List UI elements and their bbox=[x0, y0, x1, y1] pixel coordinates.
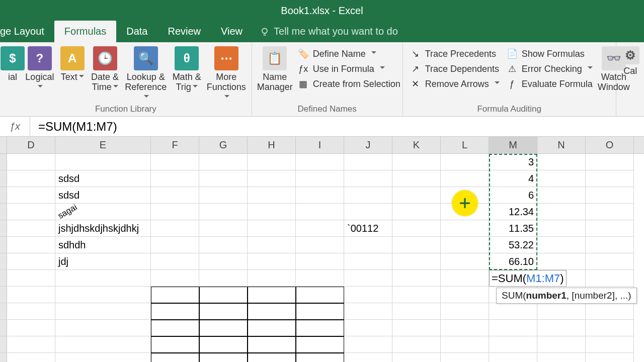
cell-M7[interactable]: 66.10 bbox=[489, 253, 537, 270]
cell-O3[interactable] bbox=[586, 187, 634, 204]
tab-formulas[interactable]: Formulas bbox=[54, 21, 116, 42]
column-header-M[interactable]: M bbox=[489, 137, 537, 153]
cell-G8[interactable] bbox=[199, 270, 248, 287]
cell-D3[interactable] bbox=[7, 187, 55, 204]
cell-O4[interactable] bbox=[586, 204, 634, 220]
btn-error-checking[interactable]: ⚠ Error Checking bbox=[505, 62, 595, 75]
cell-O5[interactable] bbox=[586, 220, 634, 237]
tab-data[interactable]: Data bbox=[116, 21, 157, 42]
column-header-O[interactable]: O bbox=[586, 137, 634, 153]
cell-G10[interactable] bbox=[199, 303, 248, 320]
cell-E8[interactable] bbox=[55, 270, 151, 287]
cell-J10[interactable] bbox=[344, 303, 392, 320]
cell-K8[interactable] bbox=[392, 270, 441, 287]
cell-G2[interactable] bbox=[199, 170, 248, 187]
cell-I8[interactable] bbox=[296, 270, 344, 287]
cell-O6[interactable] bbox=[586, 237, 634, 253]
cell-O11[interactable] bbox=[586, 320, 634, 336]
cell-I13[interactable] bbox=[296, 353, 344, 362]
cell-L2[interactable] bbox=[441, 170, 489, 187]
cell-I5[interactable] bbox=[296, 220, 344, 237]
cell-E4[interactable]: sagai bbox=[55, 204, 151, 220]
cell-D1[interactable] bbox=[7, 154, 55, 170]
cell-M12[interactable] bbox=[489, 336, 537, 353]
column-header-H[interactable]: H bbox=[248, 137, 296, 153]
cell-N6[interactable] bbox=[537, 237, 586, 253]
cell-D2[interactable] bbox=[7, 170, 55, 187]
cell-F12[interactable] bbox=[151, 336, 199, 353]
cell-J3[interactable] bbox=[344, 187, 392, 204]
cell-M4[interactable]: 12.34 bbox=[489, 204, 537, 220]
cell-J9[interactable] bbox=[344, 287, 392, 303]
cell-E2[interactable]: sdsd bbox=[55, 170, 151, 187]
cell-H6[interactable] bbox=[248, 237, 296, 253]
cell-H11[interactable] bbox=[248, 320, 296, 336]
cell-M6[interactable]: 53.22 bbox=[489, 237, 537, 253]
column-header-I[interactable]: I bbox=[296, 137, 344, 153]
cell-F2[interactable] bbox=[151, 170, 199, 187]
cell-E3[interactable]: sdsd bbox=[55, 187, 151, 204]
cell-N3[interactable] bbox=[537, 187, 586, 204]
cell-M10[interactable] bbox=[489, 303, 537, 320]
active-edit-cell[interactable]: =SUM(M1:M7) bbox=[489, 270, 567, 287]
cell-J6[interactable] bbox=[344, 237, 392, 253]
cell-F6[interactable] bbox=[151, 237, 199, 253]
cell-E6[interactable]: sdhdh bbox=[55, 237, 151, 253]
column-header-K[interactable]: K bbox=[392, 137, 441, 153]
cell-G7[interactable] bbox=[199, 253, 248, 270]
btn-date-time[interactable]: 🕒 Date & Time bbox=[89, 45, 122, 103]
btn-financial-partial[interactable]: $ ial bbox=[5, 45, 20, 103]
cell-J7[interactable] bbox=[344, 253, 392, 270]
cell-F7[interactable] bbox=[151, 253, 199, 270]
cell-I2[interactable] bbox=[296, 170, 344, 187]
cell-F5[interactable] bbox=[151, 220, 199, 237]
cell-D5[interactable] bbox=[7, 220, 55, 237]
cell-O1[interactable] bbox=[586, 154, 634, 170]
cell-J12[interactable] bbox=[344, 336, 392, 353]
cell-N5[interactable] bbox=[537, 220, 586, 237]
cell-J5[interactable]: `00112 bbox=[344, 220, 392, 237]
btn-remove-arrows[interactable]: ✕ Remove Arrows bbox=[408, 77, 502, 90]
cell-F11[interactable] bbox=[151, 320, 199, 336]
formula-input[interactable] bbox=[30, 118, 644, 136]
btn-trace-precedents[interactable]: ↘ Trace Precedents bbox=[408, 47, 502, 60]
cell-F13[interactable] bbox=[151, 353, 199, 362]
cell-K4[interactable] bbox=[392, 204, 441, 220]
cell-I4[interactable] bbox=[296, 204, 344, 220]
column-header-F[interactable]: F bbox=[151, 137, 199, 153]
column-header-N[interactable]: N bbox=[537, 137, 586, 153]
cell-K7[interactable] bbox=[392, 253, 441, 270]
btn-evaluate-formula[interactable]: ƒ Evaluate Formula bbox=[505, 77, 595, 90]
cell-G3[interactable] bbox=[199, 187, 248, 204]
cell-M2[interactable]: 4 bbox=[489, 170, 537, 187]
cell-H10[interactable] bbox=[248, 303, 296, 320]
btn-use-in-formula[interactable]: ƒx Use in Formula bbox=[296, 62, 403, 75]
btn-show-formulas[interactable]: 📄 Show Formulas bbox=[505, 47, 595, 60]
cell-G6[interactable] bbox=[199, 237, 248, 253]
cell-I1[interactable] bbox=[296, 154, 344, 170]
cell-M3[interactable]: 6 bbox=[489, 187, 537, 204]
cell-H1[interactable] bbox=[248, 154, 296, 170]
cell-O7[interactable] bbox=[586, 253, 634, 270]
column-header-G[interactable]: G bbox=[199, 137, 248, 153]
cell-F4[interactable] bbox=[151, 204, 199, 220]
cell-D12[interactable] bbox=[7, 336, 55, 353]
cell-D8[interactable] bbox=[7, 270, 55, 287]
cell-N12[interactable] bbox=[537, 336, 586, 353]
btn-logical[interactable]: ? Logical bbox=[23, 45, 56, 103]
cell-H3[interactable] bbox=[248, 187, 296, 204]
cell-G13[interactable] bbox=[199, 353, 248, 362]
btn-math[interactable]: θ Math & Trig bbox=[170, 45, 203, 103]
cell-L12[interactable] bbox=[441, 336, 489, 353]
cell-O10[interactable] bbox=[586, 303, 634, 320]
cell-K5[interactable] bbox=[392, 220, 441, 237]
cell-J1[interactable] bbox=[344, 154, 392, 170]
cell-K3[interactable] bbox=[392, 187, 441, 204]
column-header-D[interactable]: D bbox=[7, 137, 55, 153]
cell-G5[interactable] bbox=[199, 220, 248, 237]
cell-O13[interactable] bbox=[586, 353, 634, 362]
cell-L13[interactable] bbox=[441, 353, 489, 362]
cell-K12[interactable] bbox=[392, 336, 441, 353]
btn-more-functions[interactable]: ⋯ More Functions bbox=[206, 45, 247, 103]
cell-J13[interactable] bbox=[344, 353, 392, 362]
